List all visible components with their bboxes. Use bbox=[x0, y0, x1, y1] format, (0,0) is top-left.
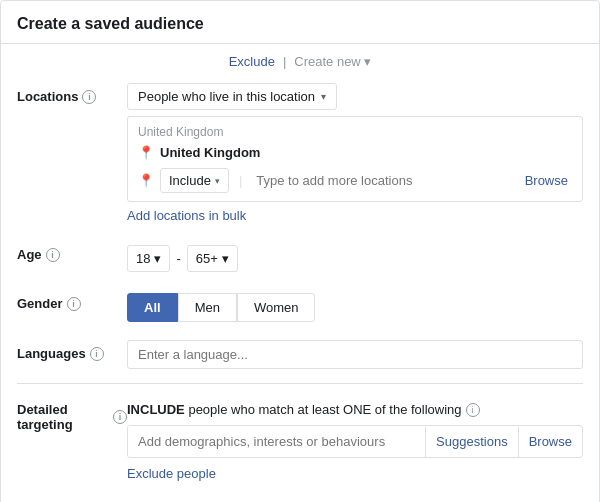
gender-all-button[interactable]: All bbox=[127, 293, 178, 322]
gender-women-button[interactable]: Women bbox=[237, 293, 316, 322]
suggestions-button[interactable]: Suggestions bbox=[426, 426, 518, 457]
locations-label: Locations i bbox=[17, 83, 127, 104]
languages-input[interactable] bbox=[127, 340, 583, 369]
age-min-chevron: ▾ bbox=[154, 251, 161, 266]
pin-icon: 📍 bbox=[138, 145, 154, 160]
languages-row: Languages i bbox=[17, 336, 583, 369]
include-label: Include bbox=[169, 173, 211, 188]
create-new-link[interactable]: Create new ▾ bbox=[294, 54, 371, 69]
age-row: Age i 18 ▾ - 65+ ▾ bbox=[17, 237, 583, 272]
top-actions-bar: Exclude | Create new ▾ bbox=[1, 44, 599, 75]
locations-info-icon[interactable]: i bbox=[82, 90, 96, 104]
exclude-link[interactable]: Exclude bbox=[229, 54, 275, 69]
detailed-targeting-description: INCLUDE people who match at least ONE of… bbox=[127, 402, 462, 417]
location-browse-button[interactable]: Browse bbox=[521, 173, 572, 188]
age-max-value: 65+ bbox=[196, 251, 218, 266]
detailed-targeting-desc-info-icon[interactable]: i bbox=[466, 403, 480, 417]
languages-control bbox=[127, 340, 583, 369]
section-divider bbox=[17, 383, 583, 384]
age-dash: - bbox=[176, 251, 180, 266]
detailed-targeting-row: Detailed targeting i INCLUDE people who … bbox=[17, 398, 583, 481]
gender-control: All Men Women bbox=[127, 290, 583, 322]
detailed-targeting-desc-row: INCLUDE people who match at least ONE of… bbox=[127, 402, 583, 417]
locations-row: Locations i People who live in this loca… bbox=[17, 79, 583, 223]
include-pin-icon: 📍 bbox=[138, 173, 154, 188]
targeting-search-input[interactable] bbox=[128, 426, 425, 457]
age-min-dropdown[interactable]: 18 ▾ bbox=[127, 245, 170, 272]
include-chevron: ▾ bbox=[215, 176, 220, 186]
actions-separator: | bbox=[283, 54, 286, 69]
gender-label: Gender i bbox=[17, 290, 127, 311]
targeting-input-row: Suggestions Browse bbox=[127, 425, 583, 458]
location-type-dropdown[interactable]: People who live in this location ▾ bbox=[127, 83, 337, 110]
location-dropdown-chevron: ▾ bbox=[321, 91, 326, 102]
selected-location: 📍 United Kingdom bbox=[138, 145, 572, 160]
exclude-people-link[interactable]: Exclude people bbox=[127, 466, 583, 481]
location-type-text: People who live in this location bbox=[138, 89, 315, 104]
include-dropdown[interactable]: Include ▾ bbox=[160, 168, 229, 193]
languages-label: Languages i bbox=[17, 340, 127, 361]
age-max-dropdown[interactable]: 65+ ▾ bbox=[187, 245, 238, 272]
gender-button-group: All Men Women bbox=[127, 293, 583, 322]
age-max-chevron: ▾ bbox=[222, 251, 229, 266]
age-control: 18 ▾ - 65+ ▾ bbox=[127, 241, 583, 272]
create-audience-panel: Create a saved audience Exclude | Create… bbox=[0, 0, 600, 502]
detailed-targeting-info-icon[interactable]: i bbox=[113, 410, 127, 424]
targeting-browse-button[interactable]: Browse bbox=[519, 426, 582, 457]
languages-info-icon[interactable]: i bbox=[90, 347, 104, 361]
detailed-targeting-control: INCLUDE people who match at least ONE of… bbox=[127, 402, 583, 481]
locations-control: People who live in this location ▾ Unite… bbox=[127, 83, 583, 223]
form-body: Locations i People who live in this loca… bbox=[1, 75, 599, 502]
create-new-chevron: ▾ bbox=[364, 54, 371, 69]
location-search-label: United Kingdom bbox=[138, 125, 572, 139]
gender-row: Gender i All Men Women bbox=[17, 286, 583, 322]
gender-men-button[interactable]: Men bbox=[178, 293, 237, 322]
age-info-icon[interactable]: i bbox=[46, 248, 60, 262]
location-box: United Kingdom 📍 United Kingdom 📍 Includ… bbox=[127, 116, 583, 202]
location-search-input[interactable] bbox=[252, 171, 514, 190]
add-bulk-link[interactable]: Add locations in bulk bbox=[127, 208, 583, 223]
include-divider: | bbox=[239, 173, 242, 188]
include-row: 📍 Include ▾ | Browse bbox=[138, 168, 572, 193]
panel-title: Create a saved audience bbox=[17, 15, 204, 32]
selected-location-text: United Kingdom bbox=[160, 145, 260, 160]
panel-header: Create a saved audience bbox=[1, 1, 599, 44]
gender-info-icon[interactable]: i bbox=[67, 297, 81, 311]
age-min-value: 18 bbox=[136, 251, 150, 266]
detailed-targeting-label: Detailed targeting i bbox=[17, 402, 127, 432]
age-label: Age i bbox=[17, 241, 127, 262]
